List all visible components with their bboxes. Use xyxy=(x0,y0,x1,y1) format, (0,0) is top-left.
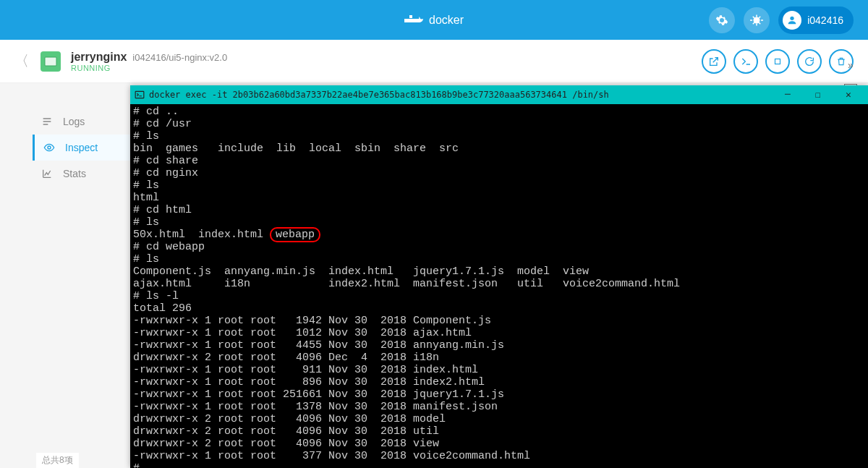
term-line: drwxrwxr-x 2 root root 4096 Nov 30 2018 … xyxy=(133,413,446,425)
terminal-minimize-button[interactable]: ─ xyxy=(773,89,803,101)
settings-icon[interactable] xyxy=(709,7,735,33)
term-line: 50x.html index.html xyxy=(133,229,270,241)
terminal-close-button[interactable]: ✕ xyxy=(833,89,864,101)
stop-button[interactable] xyxy=(765,49,790,74)
avatar-icon xyxy=(783,11,801,30)
nav-inspect[interactable]: Inspect xyxy=(33,135,134,161)
container-name: jerrynginx xyxy=(71,51,127,64)
svg-rect-10 xyxy=(135,91,144,98)
open-browser-button[interactable] xyxy=(702,49,726,74)
term-line: # ls xyxy=(133,253,159,265)
docker-whale-icon xyxy=(404,13,423,27)
chart-icon xyxy=(41,168,53,179)
term-line: Component.js annyang.min.js index.html j… xyxy=(133,265,589,278)
logs-icon xyxy=(41,116,53,127)
term-line: total 296 xyxy=(133,302,192,315)
term-line: # ls xyxy=(133,130,159,142)
user-badge[interactable]: i042416 xyxy=(778,7,854,34)
brand-text: docker xyxy=(429,14,464,27)
header-actions: i042416 xyxy=(709,7,854,34)
back-icon[interactable]: 〈 xyxy=(14,51,29,71)
sidebar: Logs Inspect Stats xyxy=(33,109,134,187)
svg-rect-6 xyxy=(45,57,56,66)
term-line: drwxrwxr-x 2 root root 4096 Nov 30 2018 … xyxy=(133,425,439,438)
container-image: i042416/ui5-nginx:v2.0 xyxy=(132,52,227,63)
term-line: # cd webapp xyxy=(133,241,205,253)
nav-inspect-label: Inspect xyxy=(65,142,98,153)
container-header: 〈 jerrynginx i042416/ui5-nginx:v2.0 RUNN… xyxy=(0,40,868,83)
cli-button[interactable] xyxy=(733,49,758,74)
chevron-right-icon[interactable]: » xyxy=(848,59,854,71)
action-bar xyxy=(702,49,854,74)
svg-rect-8 xyxy=(775,59,780,64)
term-line: -rwxrwxr-x 1 root root 4455 Nov 30 2018 … xyxy=(133,339,504,352)
terminal-titlebar[interactable]: docker exec -it 2b03b62a60bd3a7337b22ae4… xyxy=(130,85,868,104)
terminal-maximize-button[interactable]: ☐ xyxy=(803,89,833,101)
term-line: bin games include lib local sbin share s… xyxy=(133,142,459,155)
term-line: # ls -l xyxy=(133,290,179,302)
terminal-window-controls: ─ ☐ ✕ xyxy=(773,89,864,101)
term-line: -rwxrwxr-x 1 root root 1012 Nov 30 2018 … xyxy=(133,327,472,339)
term-line: -rwxrwxr-x 1 root root 1378 Nov 30 2018 … xyxy=(133,401,498,413)
term-line: # cd /usr xyxy=(133,118,192,130)
bug-icon[interactable] xyxy=(744,7,770,33)
term-line: # ls xyxy=(133,179,159,192)
svg-rect-7 xyxy=(45,57,56,66)
brand: docker xyxy=(404,13,464,27)
nav-stats[interactable]: Stats xyxy=(33,161,134,187)
term-line: drwxrwxr-x 2 root root 4096 Dec 4 2018 i… xyxy=(133,352,439,364)
title-group: jerrynginx i042416/ui5-nginx:v2.0 RUNNIN… xyxy=(71,51,227,72)
term-line: ajax.html i18n index2.html manifest.json… xyxy=(133,278,680,290)
term-line: -rwxrwxr-x 1 root root 1942 Nov 30 2018 … xyxy=(133,315,491,327)
docker-header: docker i042416 xyxy=(0,0,868,40)
term-line: -rwxrwxr-x 1 root root 251661 Nov 30 201… xyxy=(133,388,504,401)
nav-stats-label: Stats xyxy=(63,168,86,179)
highlighted-webapp: webapp xyxy=(270,227,320,242)
restart-button[interactable] xyxy=(797,49,822,74)
term-line: -rwxrwxr-x 1 root root 896 Nov 30 2018 i… xyxy=(133,376,485,388)
container-status: RUNNING xyxy=(71,64,227,72)
term-line: # cd .. xyxy=(133,106,179,118)
svg-point-5 xyxy=(791,16,794,20)
nav-logs[interactable]: Logs xyxy=(33,109,134,135)
terminal-icon xyxy=(135,90,145,100)
svg-point-9 xyxy=(48,146,51,149)
status-bar-text: 总共8项 xyxy=(36,453,79,468)
eye-icon xyxy=(43,142,55,153)
nav-logs-label: Logs xyxy=(63,116,85,127)
term-line: # xyxy=(133,462,140,468)
terminal-window: docker exec -it 2b03b62a60bd3a7337b22ae4… xyxy=(130,85,868,468)
term-line: # cd nginx xyxy=(133,167,198,179)
container-icon xyxy=(41,51,61,72)
term-line: -rwxrwxr-x 1 root root 911 Nov 30 2018 i… xyxy=(133,364,478,376)
term-line: html xyxy=(133,192,159,204)
term-line: # cd html xyxy=(133,204,192,216)
terminal-body[interactable]: # cd .. # cd /usr # ls bin games include… xyxy=(130,104,868,468)
term-line: # ls xyxy=(133,216,159,229)
username: i042416 xyxy=(807,14,843,26)
term-line: -rwxrwxr-x 1 root root 377 Nov 30 2018 v… xyxy=(133,450,530,462)
terminal-title: docker exec -it 2b03b62a60bd3a7337b22ae4… xyxy=(149,90,609,100)
term-line: drwxrwxr-x 2 root root 4096 Nov 30 2018 … xyxy=(133,438,439,450)
svg-rect-3 xyxy=(409,15,412,18)
term-line: # cd share xyxy=(133,155,198,167)
